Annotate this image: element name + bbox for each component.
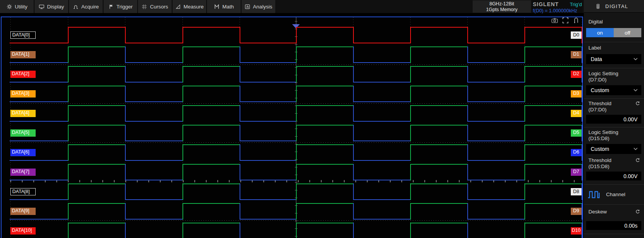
digital-trace-segment bbox=[10, 219, 69, 220]
fullscreen-icon[interactable] bbox=[562, 17, 569, 24]
channel-short-chip-d4[interactable]: D4 bbox=[571, 110, 582, 117]
digital-trace-edge bbox=[240, 183, 240, 200]
digital-on-off-toggle: on off bbox=[586, 28, 641, 37]
digital-trace-edge bbox=[125, 27, 126, 43]
channel-short-chip-d6[interactable]: D6 bbox=[571, 149, 582, 156]
channel-label-chip-d9[interactable]: DATA[9] bbox=[10, 208, 36, 215]
refresh-icon[interactable] bbox=[635, 157, 640, 164]
digital-trace-segment bbox=[467, 219, 525, 220]
threshold-d7d0-label: Threshold (D7:D0) bbox=[588, 101, 611, 113]
channel-short-chip-d8[interactable]: D8 bbox=[571, 188, 582, 195]
digital-trace-edge bbox=[296, 46, 297, 63]
digital-trace-edge bbox=[125, 86, 126, 102]
channel-short-chip-d10[interactable]: D10 bbox=[571, 227, 582, 235]
digital-section-label: Digital bbox=[584, 19, 644, 25]
digital-trace-edge bbox=[125, 164, 126, 180]
channel-short-chip-d5[interactable]: D5 bbox=[571, 129, 582, 137]
menu-item-analysis[interactable]: Analysis bbox=[242, 0, 275, 13]
channel-label-chip-d1[interactable]: DATA[1] bbox=[10, 51, 36, 58]
menu-item-label: Measure bbox=[184, 4, 204, 10]
camera-icon[interactable] bbox=[551, 17, 558, 24]
menu-item-math[interactable]: Math bbox=[207, 0, 241, 13]
digital-trace-segment bbox=[182, 46, 240, 47]
digital-trace-segment bbox=[68, 223, 126, 223]
digital-trace-edge bbox=[353, 183, 354, 200]
frequency-counter: f(D0) = 1.000000kHz bbox=[532, 7, 583, 13]
channel-label-chip-d7[interactable]: DATA[7] bbox=[10, 169, 36, 176]
label-dropdown[interactable]: Data bbox=[586, 54, 641, 64]
logic-setting-d7d0-dropdown[interactable]: Custom bbox=[586, 85, 641, 95]
digital-off-button[interactable]: off bbox=[614, 28, 641, 37]
channel-label-chip-d5[interactable]: DATA[5] bbox=[10, 129, 36, 137]
top-menu-bar: UtilityDisplayAcquireTriggerCursorsMeasu… bbox=[0, 0, 644, 13]
menu-item-acquire[interactable]: Acquire bbox=[69, 0, 103, 13]
threshold-d15d8-value[interactable]: 0.00V bbox=[586, 172, 641, 180]
channel-short-chip-d7[interactable]: D7 bbox=[571, 169, 582, 176]
logic-setting-d15d8-dropdown[interactable]: Custom bbox=[586, 144, 641, 154]
digital-trace-segment bbox=[353, 219, 411, 220]
menu-item-measure[interactable]: Measure bbox=[172, 0, 206, 13]
digital-trace-segment bbox=[240, 140, 297, 141]
digital-trace-edge bbox=[240, 223, 240, 238]
digital-trace-segment bbox=[524, 223, 582, 223]
deskew-value[interactable]: 0.00s bbox=[586, 221, 641, 230]
digital-trace-segment bbox=[467, 62, 525, 63]
menu-item-cursors[interactable]: Cursors bbox=[138, 0, 172, 13]
digital-trace-segment bbox=[240, 82, 297, 83]
threshold-d7d0-value[interactable]: 0.00V bbox=[586, 115, 641, 124]
clipboard-icon bbox=[595, 3, 601, 9]
grid-toolbar bbox=[551, 17, 580, 24]
acq-info-line2: 1Gpts Memory bbox=[473, 7, 531, 13]
digital-trace-edge bbox=[582, 223, 582, 238]
refresh-icon[interactable] bbox=[635, 209, 640, 216]
digital-on-button[interactable]: on bbox=[586, 28, 614, 37]
digital-trace-segment bbox=[410, 183, 468, 184]
channel-label-chip-d10[interactable]: DATA[10] bbox=[10, 227, 36, 235]
digital-trace-edge bbox=[524, 27, 525, 43]
page-flip-icon[interactable] bbox=[573, 17, 580, 24]
digital-trace-edge bbox=[125, 105, 126, 122]
channel-short-chip-d9[interactable]: D9 bbox=[571, 208, 582, 215]
channel-label-chip-d0[interactable]: DATA[0] bbox=[10, 31, 36, 39]
digital-trace-edge bbox=[524, 183, 525, 200]
digital-trace-edge bbox=[353, 46, 354, 63]
divider bbox=[584, 98, 644, 99]
acquire-icon bbox=[73, 4, 79, 10]
channel-short-chip-d0[interactable]: D0 bbox=[571, 31, 582, 39]
channel-label-chip-d4[interactable]: DATA[4] bbox=[10, 110, 36, 117]
menu-item-trigger[interactable]: Trigger bbox=[104, 0, 137, 13]
digital-trace-segment bbox=[296, 86, 354, 86]
channel-short-chip-d3[interactable]: D3 bbox=[571, 90, 582, 98]
digital-trace-segment bbox=[125, 180, 183, 180]
digital-trace-edge bbox=[353, 27, 354, 43]
channel-label-chip-d3[interactable]: DATA[3] bbox=[10, 90, 36, 98]
refresh-icon[interactable] bbox=[635, 101, 640, 107]
channel-short-chip-d1[interactable]: D1 bbox=[571, 51, 582, 58]
channel-label-chip-d2[interactable]: DATA[2] bbox=[10, 71, 36, 78]
acquisition-info-badge[interactable]: 8GHz-12Bit 1Gpts Memory bbox=[473, 0, 531, 13]
chevron-down-icon bbox=[633, 147, 638, 150]
digital-trace-edge bbox=[296, 183, 297, 200]
cursors-icon bbox=[141, 4, 147, 10]
digital-trace-segment bbox=[524, 144, 582, 145]
digital-trace-segment bbox=[182, 223, 240, 223]
menu-item-utility[interactable]: Utility bbox=[0, 0, 34, 13]
channel-menu-item[interactable]: Channel bbox=[584, 190, 644, 199]
menu-item-display[interactable]: Display bbox=[34, 0, 68, 13]
channel-label-chip-d8[interactable]: DATA[8] bbox=[10, 188, 36, 195]
digital-trace-segment bbox=[467, 101, 525, 102]
channel-label-chip-d6[interactable]: DATA[6] bbox=[10, 149, 36, 156]
digital-trace-edge bbox=[410, 164, 411, 180]
digital-trace-edge bbox=[125, 203, 126, 220]
label-dropdown-value: Data bbox=[591, 56, 602, 62]
digital-trace-edge bbox=[240, 46, 240, 63]
digital-trace-segment bbox=[182, 66, 240, 67]
digital-trace-segment bbox=[182, 27, 240, 28]
digital-trace-edge bbox=[467, 223, 468, 238]
digital-trace-segment bbox=[524, 125, 582, 126]
logic-setting-d7d0-value: Custom bbox=[591, 87, 609, 93]
divider bbox=[584, 234, 644, 234]
digital-trace-segment bbox=[68, 66, 126, 67]
digital-trace-segment bbox=[182, 183, 240, 184]
channel-short-chip-d2[interactable]: D2 bbox=[571, 71, 582, 78]
